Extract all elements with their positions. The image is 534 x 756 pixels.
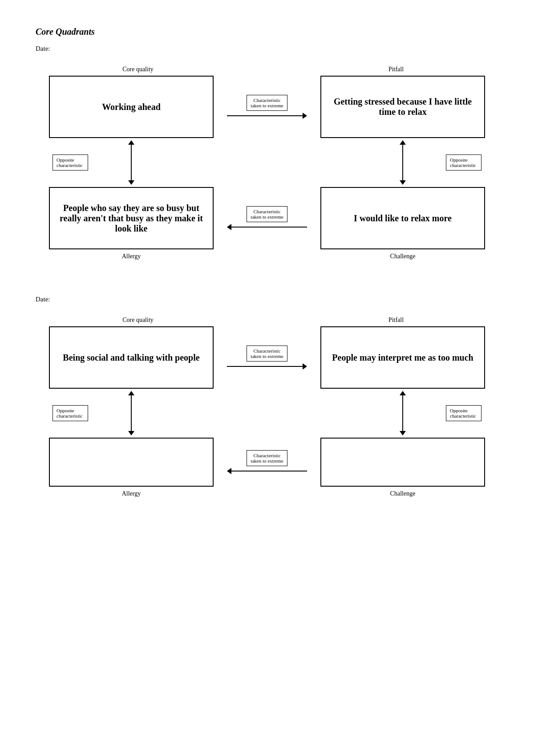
bottom-labels-2: Allergy Challenge [49, 490, 485, 497]
bottom-h-arrow-1 [227, 224, 307, 230]
vert-arrow-right-1 [400, 140, 406, 185]
middle-row-2: Opposite characteristic Opposite charact… [49, 389, 485, 438]
quadrant-grid-2: Core quality Pitfall Being social and ta… [49, 317, 485, 497]
h-line-2 [227, 366, 303, 367]
vert-line-right-1 [402, 145, 403, 180]
allergy-box-1: People who say they are so busy but real… [49, 187, 214, 249]
top-h-arrow-1 [227, 113, 307, 119]
vert-line-left-1 [131, 145, 132, 180]
col-label-right-2: Pitfall [307, 317, 485, 324]
quadrant-section-2: Date: Core quality Pitfall Being social … [36, 296, 498, 497]
col-labels-1: Core quality Pitfall [49, 66, 485, 73]
core-quality-box-1: Working ahead [49, 76, 214, 138]
allergy-label-2: Allergy [49, 490, 214, 497]
h-line-1 [227, 115, 303, 116]
col-label-left-1: Core quality [49, 66, 227, 73]
opp-char-right-2: Opposite characteristic [446, 405, 481, 421]
vert-line-left-2 [131, 395, 132, 431]
bottom-connector-1: Characteristic taken to extreme [222, 206, 312, 230]
top-row-2: Being social and talking with people Cha… [49, 326, 485, 389]
bottom-h-arrow-2 [227, 468, 307, 474]
date-label-1: Date: [36, 45, 498, 53]
vert-arrow-right-2 [400, 391, 406, 435]
challenge-label-1: Challenge [320, 253, 485, 260]
bottom-small-box-2: Characteristic taken to extreme [247, 450, 287, 466]
vert-arrow-col-right-2: Opposite characteristic [320, 389, 485, 438]
bottom-labels-1: Allergy Challenge [49, 253, 485, 260]
bottom-small-box-1: Characteristic taken to extreme [247, 206, 287, 222]
pitfall-box-2: People may interpret me as too much [320, 326, 485, 389]
vert-arrow-col-right-1: Opposite characteristic [320, 138, 485, 187]
col-label-left-2: Core quality [49, 317, 227, 324]
date-label-2: Date: [36, 296, 498, 303]
bottom-row-2: Characteristic taken to extreme [49, 438, 485, 487]
top-connector-1: Characteristic taken to extreme [222, 95, 312, 119]
h-line-bottom-1 [231, 227, 307, 228]
quadrant-grid-1: Core quality Pitfall Working ahead Chara… [49, 66, 485, 260]
vert-arrow-col-left-2: Opposite characteristic [49, 389, 214, 438]
vert-arrow-left-2 [128, 391, 134, 435]
pitfall-box-1: Getting stressed because I have little t… [320, 76, 485, 138]
challenge-box-2 [320, 438, 485, 487]
top-connector-2: Characteristic taken to extreme [222, 345, 312, 370]
h-line-bottom-2 [231, 471, 307, 471]
vert-line-right-2 [402, 395, 403, 431]
challenge-box-1: I would like to relax more [320, 187, 485, 249]
core-quality-box-2: Being social and talking with people [49, 326, 214, 389]
top-h-arrow-2 [227, 363, 307, 370]
middle-row-1: Opposite characteristic Opposite charact… [49, 138, 485, 187]
allergy-box-2 [49, 438, 214, 487]
vert-arrow-left-1 [128, 140, 134, 185]
vert-arrow-col-left-1: Opposite characteristic [49, 138, 214, 187]
bottom-row-1: People who say they are so busy but real… [49, 187, 485, 249]
challenge-label-2: Challenge [320, 490, 485, 497]
quadrant-section-1: Date: Core quality Pitfall Working ahead… [36, 45, 498, 260]
opp-char-right-1: Opposite characteristic [446, 154, 481, 171]
page-title: Core Quadrants [36, 27, 498, 37]
opp-char-left-2: Opposite characteristic [53, 405, 88, 421]
col-label-right-1: Pitfall [307, 66, 485, 73]
opp-char-left-1: Opposite characteristic [53, 154, 88, 171]
allergy-label-1: Allergy [49, 253, 214, 260]
top-small-box-1: Characteristic taken to extreme [247, 95, 287, 111]
top-row-1: Working ahead Characteristic taken to ex… [49, 76, 485, 138]
col-labels-2: Core quality Pitfall [49, 317, 485, 324]
top-small-box-2: Characteristic taken to extreme [247, 345, 287, 362]
bottom-connector-2: Characteristic taken to extreme [222, 450, 312, 474]
